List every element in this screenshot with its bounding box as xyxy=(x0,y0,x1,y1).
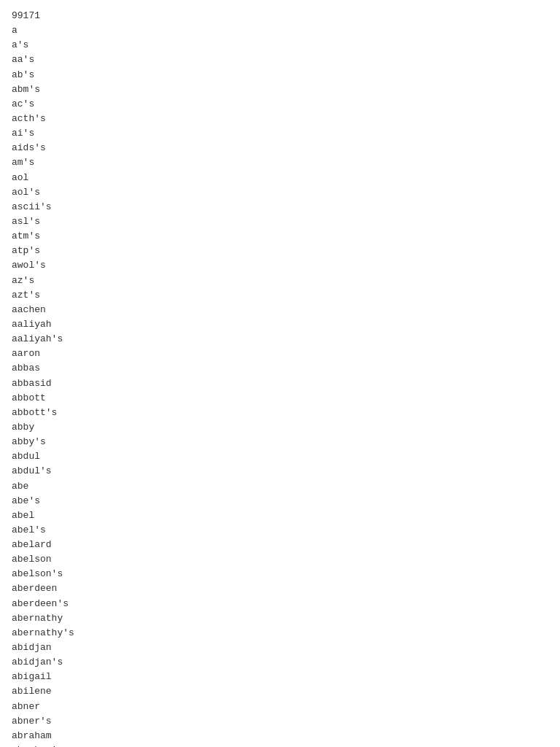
list-item: abel xyxy=(12,508,548,523)
list-item: aberdeen xyxy=(12,581,548,596)
list-item: ab's xyxy=(12,68,548,82)
list-item: abe's xyxy=(12,494,548,508)
list-item: abelard xyxy=(12,538,548,552)
list-item: asl's xyxy=(12,214,548,229)
list-item: abelson xyxy=(12,552,548,567)
list-item: azt's xyxy=(12,288,548,303)
list-item: abner's xyxy=(12,714,548,729)
list-item: abernathy xyxy=(12,611,548,626)
word-list: 99171aa'saa'sab'sabm'sac'sacth'sai'saids… xyxy=(12,9,548,747)
list-item: aa's xyxy=(12,53,548,67)
list-item: abraham xyxy=(12,729,548,743)
list-item: abbas xyxy=(12,361,548,376)
list-item: acth's xyxy=(12,112,548,126)
list-item: abigail xyxy=(12,670,548,684)
list-item: abilene xyxy=(12,684,548,699)
list-item: abby's xyxy=(12,435,548,449)
list-item: abidjan's xyxy=(12,655,548,670)
list-item: abm's xyxy=(12,82,548,97)
list-item: abbott's xyxy=(12,406,548,420)
list-item: am's xyxy=(12,155,548,170)
list-item: abdul's xyxy=(12,464,548,479)
list-item: abbott xyxy=(12,391,548,406)
list-item: abelson's xyxy=(12,567,548,581)
list-item: ai's xyxy=(12,126,548,141)
list-item: az's xyxy=(12,274,548,288)
list-item: abby xyxy=(12,420,548,435)
list-item: abernathy's xyxy=(12,626,548,640)
list-item: 99171 xyxy=(12,9,548,23)
list-item: abe xyxy=(12,479,548,494)
list-item: ascii's xyxy=(12,200,548,214)
list-item: abbasid xyxy=(12,376,548,391)
list-item: atp's xyxy=(12,244,548,258)
list-item: aol xyxy=(12,171,548,185)
list-item: aaliyah's xyxy=(12,332,548,347)
list-item: aberdeen's xyxy=(12,597,548,611)
list-item: aol's xyxy=(12,185,548,200)
list-item: aaliyah xyxy=(12,317,548,332)
list-item: aaron xyxy=(12,347,548,361)
list-item: atm's xyxy=(12,229,548,244)
list-item: a's xyxy=(12,38,548,53)
list-item: abraham's xyxy=(12,743,548,747)
list-item: abner xyxy=(12,700,548,714)
list-item: ac's xyxy=(12,97,548,112)
list-item: awol's xyxy=(12,258,548,273)
list-item: abdul xyxy=(12,449,548,464)
list-item: a xyxy=(12,23,548,38)
list-item: abidjan xyxy=(12,640,548,655)
list-item: abel's xyxy=(12,523,548,538)
list-item: aids's xyxy=(12,141,548,155)
list-item: aachen xyxy=(12,303,548,317)
